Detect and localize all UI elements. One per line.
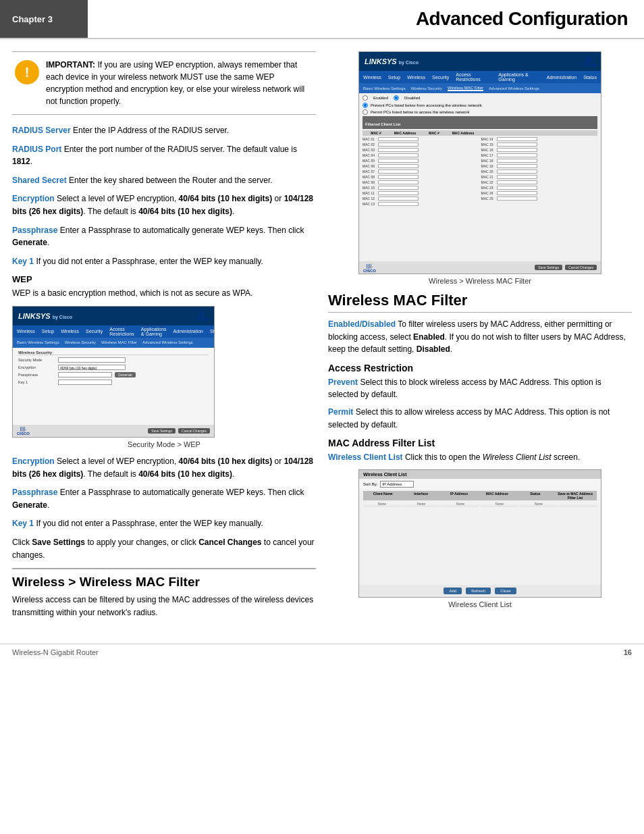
mac-row-17: MAC 17: [481, 153, 598, 157]
generate-button[interactable]: Generate: [115, 372, 136, 377]
mac-filter-screenshot: LINKSYS by Cisco ||||. CISCO Wireless Se…: [358, 51, 601, 274]
encryption-term: Encryption: [12, 194, 55, 203]
wcl-refresh-button[interactable]: Refresh: [466, 588, 491, 594]
wireless-mac-filter-section: Wireless MAC Filter Enabled/Disabled To …: [328, 292, 632, 608]
wcl-th-interface: Interface: [402, 492, 439, 500]
wcl-sort-select[interactable]: IP Address: [380, 481, 414, 488]
cancel-changes-button[interactable]: Cancel Changes: [178, 428, 210, 434]
wcl-table: Client Name Interface IP Address MAC Add…: [359, 490, 601, 585]
ss-topbar: LINKSYS by Cisco ||||. CISCO: [13, 307, 214, 325]
wep-encryption-select[interactable]: 40/64 bits (10 hex digits): [58, 365, 126, 370]
cisco-text: CISCO: [196, 317, 209, 321]
mac-col-addr2: MAC Address: [450, 131, 477, 135]
shared-secret-term: Shared Secret: [12, 176, 67, 185]
ss-nav: Wireless Setup Wireless Security Access …: [13, 325, 214, 338]
mac-ss-topbar: LINKSYS by Cisco ||||. CISCO: [359, 52, 601, 71]
mac-row-13: MAC 13: [363, 202, 479, 206]
permit-radio[interactable]: [363, 109, 368, 115]
permit-text: Select this to allow wireless access by …: [328, 407, 610, 429]
wep-security-mode-row: Security Mode: [18, 357, 209, 363]
wireless-mac-heading-text: Wireless > Wireless MAC Filter: [12, 575, 200, 589]
footer-cisco-logo: ||||. CISCO: [17, 425, 30, 436]
wcl-title-text: Wireless Client List: [363, 472, 407, 477]
disabled-label: Disabled: [404, 96, 420, 100]
passphrase2-para: Passphrase Enter a Passphrase to automat…: [12, 486, 316, 511]
permit-para: Permit Select this to allow wireless acc…: [328, 406, 632, 431]
mac-data-rows: MAC 01 MAC 14 MAC 02 MAC 15 MAC 03 MAC 1…: [363, 137, 597, 207]
mac-cancel-changes-button[interactable]: Cancel Changes: [565, 265, 597, 270]
mac-subnav-mac: Wireless MAC Filter: [448, 86, 483, 91]
wep-passphrase-row: Passphrase Generate: [18, 372, 209, 377]
nav-security: Security: [86, 329, 103, 334]
wcl-caption: Wireless Client List: [328, 600, 632, 608]
mac-row-12: MAC 12: [363, 197, 479, 201]
wcl-td-interface: None: [402, 502, 440, 506]
nav-apps: Applications & Gaming: [141, 327, 167, 336]
page-header: Chapter 3 Advanced Configuration: [0, 0, 644, 39]
enabled-radio[interactable]: [363, 95, 368, 101]
mac-nav-wireless: Wireless: [363, 75, 381, 80]
key1-text: If you did not enter a Passphrase, enter…: [36, 257, 263, 266]
nav-access: Access Restrictions: [109, 327, 134, 336]
mac-row-18: MAC 18: [481, 159, 598, 163]
wcl-inner: Wireless Client List Sort By: IP Address…: [359, 470, 601, 597]
mac-nav-admin: Administration: [547, 75, 576, 80]
save-settings-button[interactable]: Save Settings: [148, 428, 176, 434]
mac-linksys-text: LINKSYS by Cisco: [365, 57, 419, 66]
mac-row-8: MAC 08: [363, 175, 479, 179]
mac-row-24: MAC 24: [481, 191, 598, 195]
permit-term: Permit: [328, 407, 353, 417]
radius-port-term: RADIUS Port: [12, 145, 61, 154]
key12-text: If you did not enter a Passphrase, enter…: [36, 519, 263, 528]
mac-col-addr: MAC Address: [392, 131, 419, 135]
mac-linksys-logo: LINKSYS by Cisco: [365, 57, 419, 66]
encryption-para: Encryption Select a level of WEP encrypt…: [12, 192, 316, 217]
wireless-security-label: Wireless Security: [18, 350, 209, 355]
shared-secret-para: Shared Secret Enter the key shared betwe…: [12, 174, 316, 187]
enabled-label: Enabled: [373, 96, 388, 100]
prevent-permit-area: Prevent PCs listed below from accessing …: [363, 103, 597, 115]
subnav-mac: Wireless MAC Filter: [101, 340, 137, 344]
nav-wireless: Wireless: [17, 329, 35, 334]
wcl-text2: screen.: [552, 452, 581, 462]
wcl-th-ip: IP Address: [441, 492, 477, 500]
prevent-term: Prevent: [328, 377, 358, 387]
access-restriction-heading: Access Restriction: [328, 363, 632, 373]
wep-encryption-label: Encryption: [18, 365, 55, 369]
passphrase-term: Passphrase: [12, 226, 57, 235]
mac-col-num2: MAC #: [421, 131, 448, 135]
security-mode-select[interactable]: [58, 357, 126, 363]
passphrase2-term: Passphrase: [12, 488, 57, 497]
wcl-th-client: Client Name: [365, 492, 401, 500]
key12-term: Key 1: [12, 519, 34, 528]
subnav-security: Wireless Security: [65, 340, 96, 344]
chapter-label: Chapter 3: [0, 0, 88, 38]
mac-row-15: MAC 15: [481, 142, 598, 147]
linksys-logo-text: LINKSYS by Cisco: [18, 312, 72, 320]
prevent-para: Prevent Select this to block wireless ac…: [328, 376, 632, 401]
mac-ss-footer: ||||. CISCO Save Settings Cancel Changes: [359, 261, 601, 273]
prevent-radio[interactable]: [363, 103, 368, 108]
disabled-radio[interactable]: [394, 95, 399, 101]
mac-row-25: MAC 25: [481, 197, 598, 201]
enabled-disabled-term: Enabled/Disabled: [328, 319, 396, 329]
mac-cisco-bars-icon: ||||.: [585, 56, 593, 63]
prevent-label: Prevent PCs listed below from accessing …: [371, 103, 482, 107]
mac-filter-caption: Wireless > Wireless MAC Filter: [328, 277, 632, 285]
mac-cisco-logo: ||||. CISCO: [583, 56, 595, 67]
mac-row-22: MAC 22: [481, 180, 598, 184]
mac-subnav-advanced: Advanced Wireless Settings: [489, 86, 539, 90]
wcl-close-button[interactable]: Close: [495, 588, 516, 594]
wcl-add-button[interactable]: Add: [444, 588, 462, 594]
mac-row-1: MAC 01: [363, 137, 479, 141]
mac-ss-inner: LINKSYS by Cisco ||||. CISCO Wireless Se…: [359, 52, 601, 273]
mac-row-9: MAC 09: [363, 180, 479, 184]
wep-caption: Security Mode > WEP: [12, 440, 316, 448]
mac-save-settings-button[interactable]: Save Settings: [535, 265, 562, 270]
radius-server-text: Enter the IP Address of the RADIUS serve…: [73, 126, 229, 135]
wep-passphrase-input[interactable]: [58, 372, 112, 377]
wep-section-text: WEP is a basic encryption method, which …: [12, 287, 316, 300]
wep-key1-input[interactable]: [58, 380, 112, 385]
footer-router-label: Wireless-N Gigabit Router: [12, 648, 99, 656]
footer-page-number: 16: [624, 648, 632, 656]
